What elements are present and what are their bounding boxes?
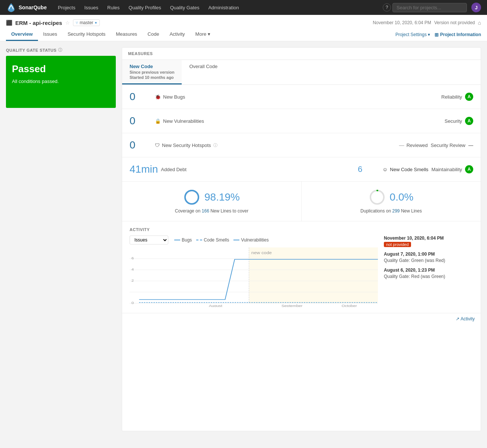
project-settings-label: Project Settings xyxy=(395,32,427,37)
hotspots-value: 0 xyxy=(130,139,152,151)
star-icon[interactable]: ☆ xyxy=(65,20,70,26)
debt-label[interactable]: Added Debt xyxy=(161,167,340,172)
overall-code-tab-label: Overall Code xyxy=(189,64,217,69)
quality-gate-description: All conditions passed. xyxy=(12,79,110,84)
coverage-description: Coverage on 166 New Lines to cover xyxy=(175,208,248,214)
svg-text:2: 2 xyxy=(131,279,134,282)
hotspots-metric-row: 0 🛡 New Security Hotspots ⓘ — Reviewed S… xyxy=(122,133,481,157)
quality-gate-info-icon[interactable]: ⓘ xyxy=(58,47,63,53)
tab-issues[interactable]: Issues xyxy=(38,28,63,41)
hotspots-info-icon[interactable]: ⓘ xyxy=(213,143,217,148)
bugs-value: 0 xyxy=(130,91,152,103)
vulnerabilities-metric-row: 0 🔒 New Vulnerabilities Security A xyxy=(122,109,481,133)
quality-gate-panel: QUALITY GATE STATUS ⓘ Passed All conditi… xyxy=(6,47,116,431)
main-content: QUALITY GATE STATUS ⓘ Passed All conditi… xyxy=(0,41,487,437)
tab-overview[interactable]: Overview xyxy=(6,28,38,41)
hotspots-label-text: New Security Hotspots xyxy=(162,143,211,148)
help-button[interactable]: ? xyxy=(383,3,391,12)
shield-icon: 🛡 xyxy=(155,143,160,148)
measures-tab-overall-code[interactable]: Overall Code xyxy=(182,60,225,84)
tab-code[interactable]: Code xyxy=(142,28,164,41)
logo-text: SonarQube xyxy=(19,4,47,10)
measures-tabs: New Code Since previous version Started … xyxy=(122,60,481,85)
bugs-right: Reliability A xyxy=(441,93,473,101)
vulnerabilities-value: 0 xyxy=(130,115,152,127)
project-title-left: ⬛ ERM - api-recipes ☆ ⑂ master ● xyxy=(6,19,100,26)
quality-gate-title: QUALITY GATE STATUS ⓘ xyxy=(6,47,116,53)
nav-projects[interactable]: Projects xyxy=(54,3,79,12)
svg-text:6: 6 xyxy=(131,256,134,260)
bugs-metric-row: 0 🐞 New Bugs Reliability A xyxy=(122,85,481,109)
bugs-grade: A xyxy=(465,93,473,101)
nav-quality-gates[interactable]: Quality Gates xyxy=(166,3,203,12)
branch-badge[interactable]: ⑂ master ● xyxy=(73,19,100,26)
nav-administration[interactable]: Administration xyxy=(204,3,242,12)
tab-security-hotspots[interactable]: Security Hotspots xyxy=(62,28,111,41)
nav-quality-profiles[interactable]: Quality Profiles xyxy=(125,3,165,12)
legend-bugs-line xyxy=(174,240,180,240)
svg-rect-5 xyxy=(249,247,378,303)
project-info-label: Project Information xyxy=(440,32,481,37)
debt-value: 41min xyxy=(130,163,158,175)
duplications-circle-wrap: 0.0% xyxy=(369,189,414,205)
project-icon: ⬛ xyxy=(6,20,12,26)
hotspots-category: Security Review xyxy=(431,143,465,148)
project-title-row: ⬛ ERM - api-recipes ☆ ⑂ master ● Novembe… xyxy=(6,17,481,28)
svg-text:0: 0 xyxy=(131,301,134,305)
coverage-percentage[interactable]: 98.19% xyxy=(204,191,240,203)
vulnerabilities-label-text: New Vulnerabilities xyxy=(163,118,204,124)
chart-type-select[interactable]: Issues Coverage Duplications xyxy=(130,236,168,244)
bugs-label[interactable]: 🐞 New Bugs xyxy=(155,94,438,100)
legend-codesmells: Code Smells xyxy=(196,237,229,243)
logo[interactable]: SonarQube xyxy=(6,2,47,13)
project-settings-button[interactable]: Project Settings ▾ xyxy=(395,32,430,37)
activity-entry-2: August 6, 2020, 1:23 PM Quality Gate: Re… xyxy=(384,268,473,279)
project-timestamp: November 10, 2020, 6:04 PM xyxy=(373,20,431,25)
new-code-tab-label: New Code xyxy=(130,64,174,69)
branch-status-dot: ● xyxy=(95,21,97,25)
tab-measures[interactable]: Measures xyxy=(111,28,142,41)
chart-legend: Bugs Code Smells Vulnerabilities xyxy=(174,237,269,243)
activity-date-2: August 6, 2020, 1:23 PM xyxy=(384,268,473,273)
maintainability-metric-row: 41min Added Debt 6 ☺ New Code Smells Mai… xyxy=(122,157,481,182)
project-title-right: November 10, 2020, 6:04 PM Version not p… xyxy=(373,20,481,26)
activity-section: ACTIVITY Issues Coverage Duplications xyxy=(122,221,481,313)
project-information-button[interactable]: ⊞ Project Information xyxy=(435,32,481,38)
hotspots-label[interactable]: 🛡 New Security Hotspots ⓘ xyxy=(155,143,396,148)
duplications-percentage[interactable]: 0.0% xyxy=(390,191,414,203)
nav-rules[interactable]: Rules xyxy=(104,3,123,12)
tab-navigation: Overview Issues Security Hotspots Measur… xyxy=(6,28,481,41)
svg-text:4: 4 xyxy=(131,268,134,271)
coverage-lines-link[interactable]: 166 xyxy=(202,208,209,214)
dash-separator: — xyxy=(399,142,404,148)
smells-group: 6 ☺ New Code Smells xyxy=(358,164,429,174)
activity-inner: Issues Coverage Duplications Bugs C xyxy=(130,236,473,307)
vulnerabilities-label[interactable]: 🔒 New Vulnerabilities xyxy=(155,118,442,124)
measures-panel: MEASURES New Code Since previous version… xyxy=(122,47,481,431)
svg-point-1 xyxy=(185,191,198,204)
top-navigation: SonarQube Projects Issues Rules Quality … xyxy=(0,0,487,15)
project-version: Version not provided xyxy=(434,20,475,25)
new-code-tab-sub1: Since previous version xyxy=(130,70,174,74)
hotspots-reviewed-label[interactable]: Reviewed xyxy=(407,143,428,148)
vulnerabilities-right: Security A xyxy=(445,117,473,125)
nav-issues[interactable]: Issues xyxy=(80,3,102,12)
legend-bugs: Bugs xyxy=(174,237,192,243)
activity-chart-svg: new code 6 4 2 xyxy=(130,247,378,307)
maintainability-grade: A xyxy=(465,165,473,173)
measures-tab-new-code[interactable]: New Code Since previous version Started … xyxy=(122,60,182,84)
smells-value: 6 xyxy=(358,164,380,174)
search-input[interactable] xyxy=(392,3,467,12)
home-icon[interactable]: ⌂ xyxy=(478,20,481,26)
tab-activity[interactable]: Activity xyxy=(164,28,190,41)
chart-controls: Issues Coverage Duplications Bugs C xyxy=(130,236,378,244)
coverage-circle-svg xyxy=(184,189,200,205)
activity-title: ACTIVITY xyxy=(130,227,473,232)
user-avatar[interactable]: J xyxy=(471,3,481,12)
tab-more[interactable]: More ▾ xyxy=(190,28,216,41)
activity-footer-link[interactable]: ↗ Activity xyxy=(456,316,475,321)
activity-date-1: August 7, 2020, 1:00 PM xyxy=(384,252,473,257)
smells-label[interactable]: New Code Smells xyxy=(390,167,428,172)
duplications-lines-link[interactable]: 299 xyxy=(392,208,400,214)
bug-icon: 🐞 xyxy=(155,94,161,100)
